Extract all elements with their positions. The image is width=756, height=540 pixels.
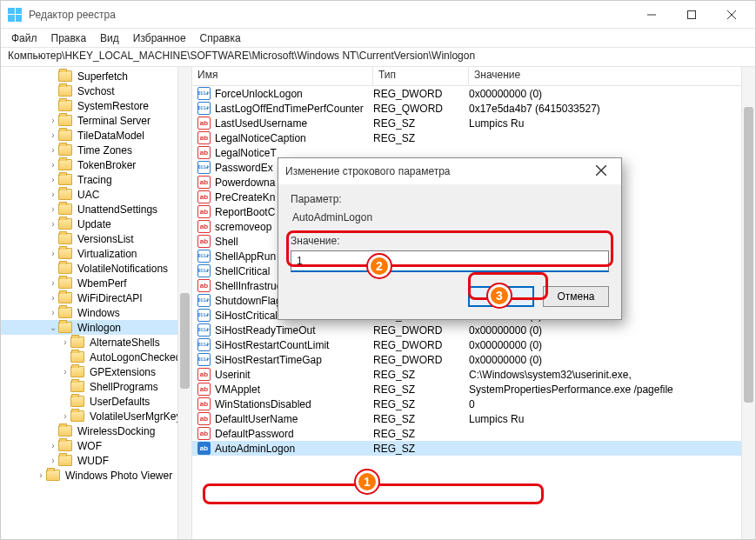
- tree-item[interactable]: VersionsList: [1, 231, 191, 246]
- folder-icon: [58, 144, 72, 156]
- table-row[interactable]: SiHostRestartCountLimitREG_DWORD0x000000…: [192, 337, 755, 352]
- chevron-right-icon[interactable]: ›: [60, 367, 70, 377]
- maximize-button[interactable]: [672, 1, 712, 29]
- chevron-right-icon[interactable]: ›: [48, 204, 58, 214]
- menu-favorites[interactable]: Избранное: [126, 30, 193, 46]
- reg-dword-icon: [197, 250, 211, 263]
- tree-item[interactable]: ›TokenBroker: [1, 157, 191, 172]
- table-row[interactable]: WinStationsDisabledREG_SZ0: [192, 397, 755, 411]
- param-name-field: [291, 209, 609, 226]
- tree-item[interactable]: ›Time Zones: [1, 143, 191, 157]
- table-row[interactable]: LastUsedUsernameREG_SZLumpics Ru: [192, 116, 755, 130]
- chevron-right-icon[interactable]: ›: [48, 190, 58, 199]
- chevron-right-icon[interactable]: ›: [48, 145, 58, 155]
- folder-icon: [58, 233, 72, 244]
- tree-item-label: Time Zones: [76, 144, 134, 157]
- tree-panel[interactable]: SuperfetchSvchostSystemRestore›Terminal …: [1, 67, 192, 539]
- tree-item[interactable]: ⌄Winlogon: [1, 320, 191, 335]
- minimize-button[interactable]: [632, 1, 672, 29]
- tree-item[interactable]: ›VolatileUserMgrKey: [1, 409, 191, 423]
- tree-item[interactable]: SystemRestore: [1, 98, 191, 113]
- menu-help[interactable]: Справка: [193, 30, 248, 46]
- tree-item[interactable]: ›Tracing: [1, 172, 191, 187]
- value-data: 0x00000000 (0): [469, 324, 755, 337]
- menu-view[interactable]: Вид: [93, 30, 126, 46]
- chevron-right-icon[interactable]: ›: [36, 470, 46, 480]
- tree-item[interactable]: ›Virtualization: [1, 246, 191, 261]
- folder-icon: [58, 263, 72, 274]
- table-row[interactable]: SiHostRestartTimeGapREG_DWORD0x00000000 …: [192, 352, 755, 367]
- dialog-close-button[interactable]: [588, 165, 614, 178]
- table-row[interactable]: LastLogOffEndTimePerfCounterREG_QWORD0x1…: [192, 101, 755, 116]
- folder-icon: [58, 115, 72, 126]
- tree-item[interactable]: ›GPExtensions: [1, 364, 191, 379]
- tree-item[interactable]: ›UnattendSettings: [1, 202, 191, 217]
- tree-item[interactable]: WirelessDocking: [1, 423, 191, 438]
- table-row[interactable]: LegalNoticeCaptionREG_SZ: [192, 130, 755, 145]
- tree-item[interactable]: ›Update: [1, 217, 191, 231]
- tree-item[interactable]: UserDefaults: [1, 394, 191, 409]
- tree-item[interactable]: ›AlternateShells: [1, 335, 191, 350]
- chevron-right-icon[interactable]: ›: [60, 337, 70, 347]
- chevron-right-icon[interactable]: ›: [48, 456, 58, 465]
- chevron-right-icon[interactable]: ›: [48, 175, 58, 184]
- tree-item[interactable]: AutoLogonChecked: [1, 350, 191, 364]
- menubar: Файл Правка Вид Избранное Справка: [1, 29, 755, 48]
- col-value[interactable]: Значение: [469, 67, 755, 85]
- reg-sz-icon: [197, 131, 211, 144]
- menu-file[interactable]: Файл: [4, 30, 44, 46]
- tree-item[interactable]: ›TileDataModel: [1, 128, 191, 143]
- cancel-button[interactable]: Отмена: [543, 286, 609, 307]
- table-row[interactable]: DefaultUserNameREG_SZLumpics Ru: [192, 411, 755, 426]
- chevron-right-icon[interactable]: ›: [48, 219, 58, 229]
- table-row[interactable]: UserinitREG_SZC:\Windows\system32\userin…: [192, 367, 755, 382]
- tree-item[interactable]: VolatileNotifications: [1, 261, 191, 276]
- tree-item-label: WUDF: [76, 455, 110, 467]
- table-row[interactable]: ForceUnlockLogonREG_DWORD0x00000000 (0): [192, 86, 755, 101]
- chevron-right-icon[interactable]: ›: [48, 130, 58, 140]
- chevron-right-icon[interactable]: ›: [48, 116, 58, 125]
- value-input[interactable]: [291, 250, 609, 272]
- col-type[interactable]: Тип: [373, 67, 469, 85]
- value-name: SiHostReadyTimeOut: [215, 324, 316, 337]
- chevron-down-icon[interactable]: ⌄: [48, 323, 58, 332]
- dialog-titlebar[interactable]: Изменение строкового параметра: [278, 158, 621, 184]
- chevron-right-icon[interactable]: ›: [60, 411, 70, 421]
- reg-dword-icon: [197, 323, 211, 337]
- chevron-right-icon[interactable]: ›: [48, 160, 58, 170]
- chevron-right-icon[interactable]: ›: [48, 293, 58, 303]
- tree-item[interactable]: ›Windows Photo Viewer: [1, 468, 191, 483]
- tree-item[interactable]: Svchost: [1, 83, 191, 98]
- table-row[interactable]: VMAppletREG_SZSystemPropertiesPerformanc…: [192, 382, 755, 397]
- tree-item[interactable]: ›Windows: [1, 305, 191, 320]
- value-name: DefaultUserName: [215, 413, 298, 425]
- tree-item[interactable]: ShellPrograms: [1, 379, 191, 394]
- address-bar[interactable]: Компьютер\HKEY_LOCAL_MACHINE\SOFTWARE\Mi…: [1, 48, 755, 67]
- table-row[interactable]: SiHostReadyTimeOutREG_DWORD0x00000000 (0…: [192, 323, 755, 337]
- value-name: ForceUnlockLogon: [215, 88, 303, 100]
- tree-item[interactable]: ›WbemPerf: [1, 276, 191, 290]
- tree-item[interactable]: ›Terminal Server: [1, 113, 191, 128]
- tree-item[interactable]: ›UAC: [1, 187, 191, 202]
- table-row[interactable]: AutoAdminLogonREG_SZ: [192, 441, 755, 456]
- value-type: REG_SZ: [373, 413, 469, 425]
- folder-icon: [58, 440, 72, 451]
- reg-dword-icon: [197, 294, 211, 307]
- tree-item[interactable]: Superfetch: [1, 69, 191, 83]
- tree-item[interactable]: ›WOF: [1, 438, 191, 453]
- tree-item-label: AutoLogonChecked: [88, 351, 183, 363]
- table-row[interactable]: DefaultPasswordREG_SZ: [192, 426, 755, 441]
- chevron-right-icon[interactable]: ›: [48, 249, 58, 258]
- tree-item-label: UnattendSettings: [76, 203, 159, 216]
- list-scrollbar[interactable]: [741, 67, 755, 539]
- chevron-right-icon[interactable]: ›: [48, 308, 58, 317]
- tree-scrollbar[interactable]: [177, 67, 191, 539]
- menu-edit[interactable]: Правка: [44, 30, 94, 46]
- close-button[interactable]: [712, 1, 752, 29]
- col-name[interactable]: Имя: [192, 67, 373, 85]
- chevron-right-icon[interactable]: ›: [48, 441, 58, 450]
- tree-item[interactable]: ›WiFiDirectAPI: [1, 290, 191, 305]
- chevron-right-icon[interactable]: ›: [48, 278, 58, 288]
- tree-item[interactable]: ›WUDF: [1, 453, 191, 468]
- ok-button[interactable]: ОК: [468, 286, 534, 307]
